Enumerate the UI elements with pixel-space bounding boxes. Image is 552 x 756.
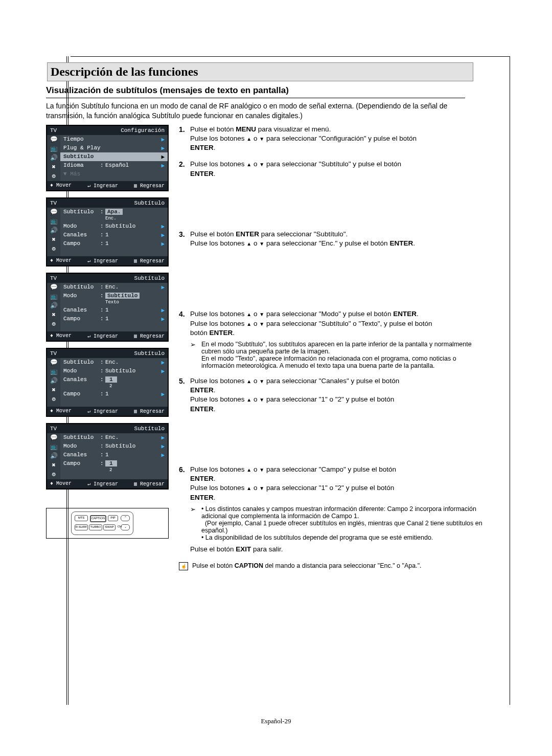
osd-return: Regresar [140,183,165,189]
osd-header-tv: TV [50,275,57,281]
text: . [214,494,216,501]
text: o [251,377,259,385]
osd-value: Subtítulo [105,368,161,374]
exit-line: Pulse el botón EXIT para salir. [190,545,486,553]
osd-mover: Mover [56,183,72,188]
osd-header-tv: TV [50,200,57,206]
step-5: 5. Pulse los botones o para seleccionar … [179,376,486,414]
up-icon [246,377,251,385]
osd-header-tv: TV [50,426,57,432]
osd-menu-subtitulo-2: TVSubtítulo 💬📺🔊✖⚙ Subtítulo:Enc.▶ Modo:S… [46,273,169,342]
up-icon [246,465,251,473]
key-name: ENTER [190,494,214,501]
osd-item: Plug & Play [63,145,125,151]
note-text: En el modo "Texto", aparece información … [201,355,456,369]
remote-btn-caption: CAPTION [90,515,106,522]
osd-value: Subtítulo [105,223,161,229]
note-4: ➢ En el modo "Subtítulo", los subtítulos… [190,341,486,369]
down-icon [259,239,264,247]
osd-menu-subtitulo-3: TVSubtítulo 💬📺🔊✖⚙ Subtítulo:Enc.▶ Modo:S… [46,348,169,417]
osd-enter: Ingresar [94,183,118,189]
down-icon [259,310,264,318]
text: del mando a distancia para seleccionar "… [263,562,422,569]
note-6: ➢ • Los distintos canales y campos muest… [190,505,486,541]
text: para salir. [251,545,283,553]
text: Pulse el botón [190,230,236,238]
osd-value-alt: Texto [105,300,119,305]
osd-value-highlight: Apa. [105,209,123,215]
text: Pulse los botones [190,320,246,327]
osd-item: Modo [63,223,100,229]
osd-item: Campo [63,460,100,466]
osd-item: Modo [63,368,100,374]
text: o [251,239,259,247]
up-icon [246,320,251,327]
osd-return: Regresar [140,481,165,487]
remote-btn: PIP [108,515,118,521]
osd-mover: Mover [56,333,72,339]
osd-value-alt: 2 [105,384,112,389]
sub-title: Visualización de subtítulos (mensajes de… [46,85,465,98]
step-1: 1. Pulse el botón MENU para visualizar e… [179,125,486,153]
osd-item: Campo [63,240,100,247]
osd-item: Canales [63,232,100,238]
osd-value: 1 [105,452,161,458]
text: o [251,320,259,327]
step-6: 6. Pulse los botones o para seleccionar … [179,465,486,502]
osd-return: Regresar [140,409,165,414]
text: o [251,395,259,403]
key-name: ENTER [190,405,214,413]
osd-value: Enc. [105,434,161,440]
note-text: (Por ejemplo, Canal 1 puede ofrecer subt… [201,520,482,534]
osd-item: Subtítulo [63,284,100,290]
down-icon [259,160,264,168]
osd-menu-subtitulo-1: TVSubtítulo 💬📺🔊✖⚙ Subtítulo:Apa.Enc. Mod… [46,197,169,266]
text: para seleccionar "Configuración" y pulse… [264,135,417,142]
key-name: MENU [236,125,256,133]
text: . [417,310,419,318]
text: o [251,310,259,318]
text: para seleccionar "Modo" y pulse el botón [264,310,393,318]
text: . [214,475,216,482]
text: Pulse los botones [190,160,246,168]
osd-header-tv: TV [50,127,57,134]
up-icon [246,135,251,142]
intro-text: La función Subtítulo funciona en un modo… [46,101,465,121]
osd-header-title: Subtítulo [134,350,165,357]
osd-mover: Mover [56,258,72,263]
remote-tip-icon: ☝ [179,562,188,570]
note-text: La disponibilidad de los subtítulos depe… [205,534,433,541]
step-3: 3. Pulse el botón ENTER para seleccionar… [179,230,486,248]
key-name: ENTER [190,170,214,177]
osd-item: Subtítulo [63,209,100,215]
key-name: ENTER [190,144,214,151]
text: . [214,386,216,394]
text: Pulse los botones [190,135,246,142]
text: Pulse los botones [190,465,246,473]
osd-item: Tiempo [63,136,100,142]
osd-header-title: Configuración [121,127,165,134]
remote-btn: SWAP [103,524,116,530]
remote-btn: MTS [75,515,88,521]
down-icon [259,135,264,142]
up-icon [246,239,251,247]
text: para seleccionar "Canales" y pulse el bo… [264,377,399,385]
text: . [233,329,235,337]
osd-item: Canales [63,452,100,458]
osd-return: Regresar [140,258,165,264]
text: o [251,135,259,142]
osd-value: Subtítulo [105,443,161,449]
up-icon [246,310,251,318]
osd-value: Enc. [105,359,161,365]
down-icon [259,320,264,327]
page-number: Español-29 [0,717,552,725]
up-icon [246,395,251,403]
up-icon [246,160,251,168]
text: . [214,170,216,177]
down-icon [259,395,264,403]
text: para visualizar el menú. [256,125,331,133]
osd-header-title: Subtítulo [134,200,165,206]
down-icon [259,377,264,385]
osd-item: Subtítulo [63,434,100,440]
osd-item: Canales [63,376,100,383]
